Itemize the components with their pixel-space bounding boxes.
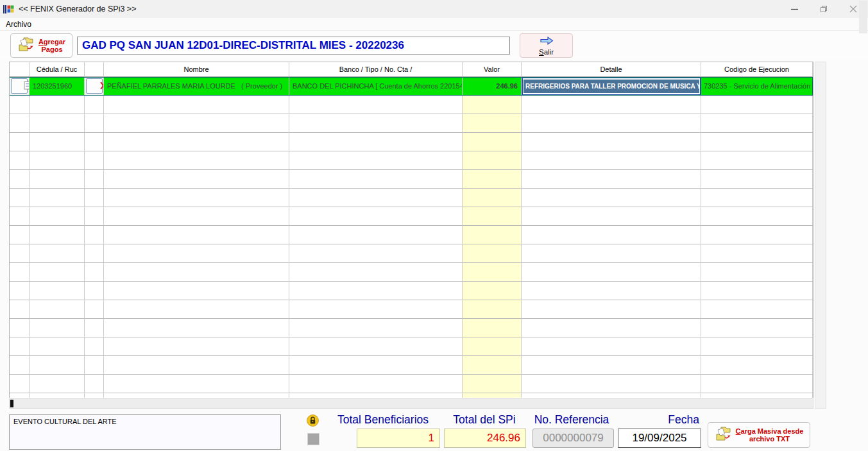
header-valor: Valor xyxy=(463,62,522,77)
table-row-empty xyxy=(10,114,813,133)
table-row-empty xyxy=(10,170,813,189)
table-row-empty xyxy=(10,319,813,337)
restore-button[interactable] xyxy=(809,0,838,18)
table-row-empty xyxy=(10,133,813,151)
delete-row-icon xyxy=(85,77,104,96)
header-edit-col xyxy=(10,62,30,77)
menu-item-archivo[interactable]: Archivo xyxy=(6,20,31,29)
carga-masiva-label: Carga Masiva desdearchivo TXT xyxy=(736,427,804,443)
cell-nombre: PEÑAFIEL PARRALES MARIA LOURDE ( Proveed… xyxy=(104,77,289,96)
window-title: << FENIX Generador de SPi3 >> xyxy=(19,4,136,13)
header-detalle: Detalle xyxy=(522,62,701,77)
titlebar: << FENIX Generador de SPi3 >> xyxy=(0,0,868,18)
salir-icon xyxy=(539,36,554,48)
total-beneficiarios-label: Total Beneficiarios xyxy=(328,413,438,427)
edit-row-button[interactable] xyxy=(11,78,28,94)
pagos-table: Cédula / Ruc Nombre Banco / Tipo / No. C… xyxy=(9,62,813,398)
descripcion-textarea[interactable]: EVENTO CULTURAL DEL ARTE xyxy=(9,414,281,450)
table-row-empty xyxy=(10,375,813,393)
horizontal-scrollbar-thumb[interactable] xyxy=(10,400,13,407)
total-spi-label: Total del SPi xyxy=(443,413,526,427)
fecha-input[interactable]: 19/09/2025 xyxy=(618,429,701,448)
table-row-empty xyxy=(10,189,813,207)
fecha-label: Fecha xyxy=(635,413,699,427)
toolbar: AgregarPagos Salir xyxy=(0,30,868,60)
table-row-empty xyxy=(10,244,813,263)
lock-icon[interactable] xyxy=(307,414,319,427)
table-row-empty xyxy=(10,356,813,375)
table-header-row: Cédula / Ruc Nombre Banco / Tipo / No. C… xyxy=(10,62,813,77)
cell-detalle[interactable]: REFRIGERIOS PARA TALLER PROMOCION DE MUS… xyxy=(522,77,701,96)
no-referencia-label: No. Referencia xyxy=(529,413,615,427)
vertical-scrollbar[interactable] xyxy=(815,62,826,409)
cell-valor: 246.96 xyxy=(463,77,522,96)
table-row-empty xyxy=(10,263,813,282)
table-row-empty xyxy=(10,337,813,356)
table-row-empty xyxy=(10,282,813,300)
cell-banco: BANCO DEL PICHINCHA [ Cuenta de Ahorros … xyxy=(289,77,463,96)
agregar-pagos-icon xyxy=(17,36,35,55)
app-icon xyxy=(3,4,14,15)
table-row-empty xyxy=(10,226,813,244)
titulo-spi-input[interactable] xyxy=(77,37,510,55)
carga-masiva-button[interactable]: Carga Masiva desdearchivo TXT xyxy=(708,422,810,448)
carga-masiva-icon xyxy=(715,425,733,445)
header-banco: Banco / Tipo / No. Cta / xyxy=(289,62,463,77)
table-row-empty xyxy=(10,300,813,319)
detalle-selected-text: REFRIGERIOS PARA TALLER PROMOCION DE MUS… xyxy=(523,80,699,93)
table-row-empty xyxy=(10,96,813,114)
table-row-empty xyxy=(10,207,813,226)
header-cedula: Cédula / Ruc xyxy=(30,62,85,77)
horizontal-scrollbar[interactable] xyxy=(9,398,813,409)
total-beneficiarios-value: 1 xyxy=(357,429,440,448)
header-delete-col xyxy=(85,62,104,77)
gray-indicator-square xyxy=(307,433,319,445)
salir-label: Salir xyxy=(539,48,554,56)
minimize-button[interactable] xyxy=(779,0,809,18)
no-referencia-value: 0000000079 xyxy=(532,429,614,448)
agregar-pagos-label: AgregarPagos xyxy=(38,38,65,53)
delete-row-button[interactable] xyxy=(86,78,103,94)
total-spi-value: 246.96 xyxy=(444,429,526,448)
cell-cedula: 1203251960 xyxy=(30,77,85,96)
menubar: Archivo xyxy=(0,18,868,30)
salir-button[interactable]: Salir xyxy=(520,33,573,58)
table-row-empty xyxy=(10,151,813,170)
table-row-empty xyxy=(10,393,813,398)
header-nombre: Nombre xyxy=(104,62,289,77)
cell-codigo: 730235 - Servicio de Alimentación xyxy=(701,77,813,96)
descripcion-scrollbar[interactable] xyxy=(859,1,867,33)
table-row: 1203251960 PEÑAFIEL PARRALES MARIA LOURD… xyxy=(10,77,813,96)
header-codigo: Codigo de Ejecucion xyxy=(701,62,813,77)
agregar-pagos-button[interactable]: AgregarPagos xyxy=(10,33,72,58)
edit-row-icon xyxy=(10,77,30,96)
